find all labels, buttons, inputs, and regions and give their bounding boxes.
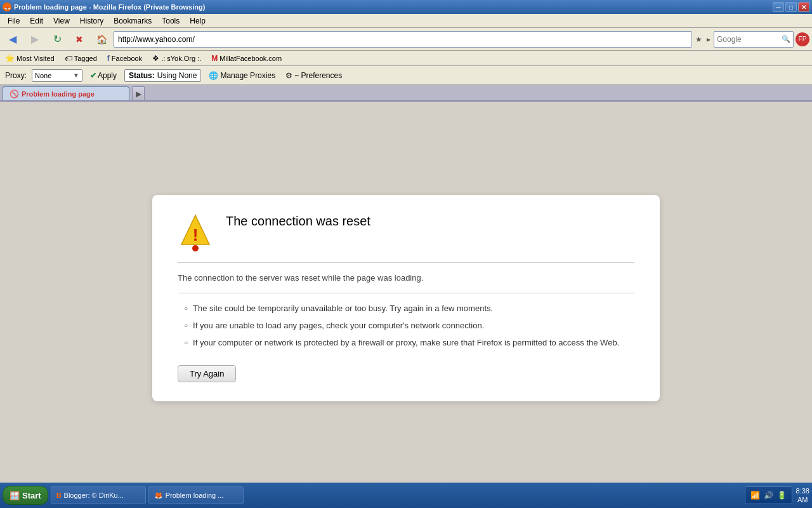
tray-network-icon: 📶	[750, 491, 760, 500]
error-reason-3: If your computer or network is protected…	[184, 338, 634, 347]
svg-point-2	[192, 245, 199, 251]
tab-scroll-arrow[interactable]: ▶	[132, 86, 145, 100]
url-addon-arrow[interactable]: ▸	[705, 34, 712, 45]
preferences-icon: ⚙	[285, 71, 292, 80]
millat-icon: M	[211, 54, 218, 63]
proxy-bar: Proxy: None ▼ ✔ Apply Status: Using None…	[0, 66, 812, 85]
refresh-button[interactable]: ↻	[47, 30, 67, 48]
manage-proxies-icon: 🌐	[209, 71, 218, 80]
proxy-label: Proxy:	[5, 71, 27, 80]
search-input[interactable]	[717, 35, 780, 44]
tray-volume-icon: 🔊	[764, 491, 773, 500]
apply-checkmark-icon: ✔	[90, 71, 96, 80]
menu-tools[interactable]: Tools	[157, 15, 185, 27]
status-box: Status: Using None	[124, 69, 201, 82]
bookmark-most-visited-label: Most Visited	[16, 55, 55, 62]
bookmark-tagged[interactable]: 🏷 Tagged	[62, 53, 100, 64]
menu-bar: File Edit View History Bookmarks Tools H…	[0, 14, 812, 28]
home-button[interactable]: 🏠	[91, 30, 112, 48]
svg-text:!: !	[193, 225, 199, 244]
search-box-wrapper: 🔍	[714, 31, 794, 48]
bookmark-facebook[interactable]: f Facebook	[105, 53, 145, 64]
bookmark-millat-label: MillatFacebook.com	[219, 55, 282, 62]
maximize-button[interactable]: □	[785, 2, 797, 12]
taskbar-firefox-label: Problem loading ...	[166, 491, 224, 499]
menu-view[interactable]: View	[48, 15, 75, 27]
bookmark-most-visited[interactable]: ⭐ Most Visited	[3, 53, 57, 64]
menu-history[interactable]: History	[75, 15, 108, 27]
bookmark-millat[interactable]: M MillatFacebook.com	[209, 53, 284, 64]
active-tab[interactable]: 🚫 Problem loading page	[3, 86, 129, 100]
menu-bookmarks[interactable]: Bookmarks	[108, 15, 157, 27]
menu-edit[interactable]: Edit	[25, 15, 48, 27]
tab-error-icon: 🚫	[10, 90, 19, 98]
bookmarks-bar: ⭐ Most Visited 🏷 Tagged f Facebook ❖ .: …	[0, 51, 812, 66]
system-tray: 📶 🔊 🔋	[745, 486, 792, 504]
nav-bar: ◀ ▶ ↻ ✖ 🏠 ★ ▸ 🔍 FP	[0, 28, 812, 51]
proxy-selected-value: None	[35, 72, 51, 79]
menu-file[interactable]: File	[3, 15, 25, 27]
most-visited-icon: ⭐	[5, 54, 15, 63]
stop-button[interactable]: ✖	[69, 30, 89, 48]
manage-proxies-button[interactable]: 🌐 Manage Proxies	[206, 70, 278, 81]
taskbar-blogger-label: Blogger: © DiriKu...	[64, 491, 124, 499]
error-warning-icon: !	[178, 214, 213, 252]
syok-icon: ❖	[152, 54, 159, 63]
back-button[interactable]: ◀	[3, 30, 23, 48]
error-subtitle: The connection to the server was reset w…	[178, 273, 634, 293]
content-area: ! The connection was reset The connectio…	[0, 102, 812, 494]
error-header: ! The connection was reset	[178, 214, 634, 263]
proxy-dropdown-arrow: ▼	[73, 72, 79, 79]
start-icon: 🪟	[10, 491, 20, 500]
bookmark-facebook-label: Facebook	[112, 55, 142, 62]
close-button[interactable]: ✕	[798, 2, 809, 12]
forward-button[interactable]: ▶	[25, 30, 45, 48]
clock-display: 8:38 AM	[796, 486, 809, 505]
taskbar-firefox-icon: 🦊	[154, 491, 163, 500]
preferences-button[interactable]: ⚙ ~ Preferences	[283, 70, 344, 81]
start-label: Start	[22, 491, 41, 500]
url-input[interactable]	[114, 31, 692, 48]
taskbar: 🪟 Start B Blogger: © DiriKu... 🦊 Problem…	[0, 483, 812, 508]
window-controls: ─ □ ✕	[773, 2, 809, 12]
menu-help[interactable]: Help	[185, 15, 211, 27]
facebook-icon: f	[107, 54, 110, 63]
taskbar-right: 📶 🔊 🔋 8:38 AM	[745, 486, 809, 505]
error-page: ! The connection was reset The connectio…	[152, 195, 660, 401]
bookmark-tagged-label: Tagged	[74, 55, 97, 62]
search-icon[interactable]: 🔍	[782, 35, 790, 43]
start-button[interactable]: 🪟 Start	[3, 486, 48, 505]
apply-button[interactable]: ✔ Apply	[88, 70, 119, 81]
foxyproxy-icon[interactable]: FP	[796, 32, 809, 46]
url-addon-star[interactable]: ★	[694, 34, 704, 45]
taskbar-blogger-icon: B	[56, 491, 62, 499]
bookmark-syok-label: .: sYok.Org :.	[161, 55, 201, 62]
try-again-button[interactable]: Try Again	[178, 365, 236, 382]
error-title: The connection was reset	[226, 214, 370, 229]
tray-battery-icon: 🔋	[777, 491, 787, 500]
browser-icon: 🦊	[3, 3, 11, 11]
minimize-button[interactable]: ─	[773, 2, 784, 12]
tab-bar: 🚫 Problem loading page ▶	[0, 85, 812, 102]
apply-label: Apply	[98, 71, 117, 80]
error-list: The site could be temporarily unavailabl…	[184, 304, 634, 347]
status-label-text: Status:	[129, 71, 155, 80]
tab-label: Problem loading page	[22, 90, 95, 98]
title-bar: 🦊 Problem loading page - Mozilla Firefox…	[0, 0, 812, 14]
preferences-label: ~ Preferences	[294, 71, 342, 80]
error-reason-2: If you are unable to load any pages, che…	[184, 321, 634, 330]
manage-proxies-label: Manage Proxies	[220, 71, 275, 80]
bookmark-syok[interactable]: ❖ .: sYok.Org :.	[150, 53, 204, 64]
status-value: Using None	[157, 71, 197, 80]
taskbar-item-firefox[interactable]: 🦊 Problem loading ...	[148, 486, 244, 504]
tagged-icon: 🏷	[65, 54, 72, 63]
error-reason-1: The site could be temporarily unavailabl…	[184, 304, 634, 313]
taskbar-item-blogger[interactable]: B Blogger: © DiriKu...	[51, 486, 146, 504]
proxy-select[interactable]: None ▼	[32, 69, 82, 82]
window-title: Problem loading page - Mozilla Firefox (…	[14, 3, 205, 11]
